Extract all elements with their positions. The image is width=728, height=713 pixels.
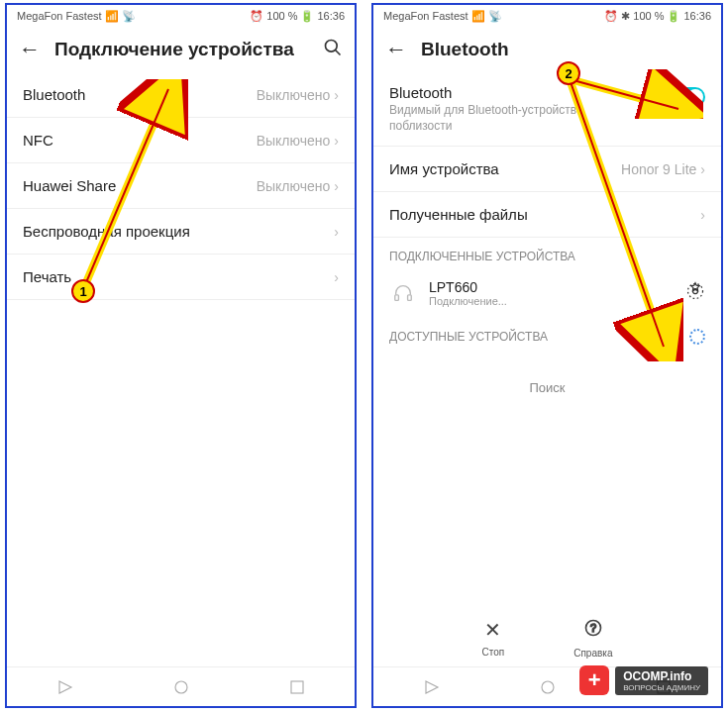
row-received-files[interactable]: Полученные файлы ›	[373, 192, 721, 238]
svg-rect-5	[408, 295, 412, 301]
watermark: + OCOMP.info ВОПРОСЫ АДМИНУ	[579, 665, 708, 695]
chevron-right-icon: ›	[700, 161, 705, 177]
svg-point-10	[542, 681, 554, 693]
phone-screen-left: MegaFon Fastest 📶 📡 ⏰ 100 % 🔋 16:36 ← По…	[5, 3, 357, 708]
loading-spinner-icon	[689, 329, 705, 345]
row-label: Bluetooth	[23, 86, 85, 103]
chevron-right-icon: ›	[334, 178, 339, 194]
device-settings-button[interactable]	[685, 281, 705, 306]
row-label: Печать	[23, 268, 71, 285]
back-button[interactable]: ←	[19, 37, 41, 62]
row-label: Полученные файлы	[389, 206, 528, 223]
row-label: NFC	[23, 132, 53, 149]
battery-icon: 🔋	[667, 10, 680, 23]
svg-rect-3	[291, 681, 303, 693]
wifi-icon: 📡	[488, 10, 502, 23]
row-value: Выключено	[257, 87, 331, 103]
nav-bar	[7, 666, 355, 706]
wifi-icon: 📡	[122, 10, 136, 23]
carrier-label: MegaFon Fastest	[383, 10, 468, 22]
row-label: Беспроводная проекция	[23, 223, 190, 240]
headphones-icon	[389, 279, 417, 307]
back-button[interactable]: ←	[385, 37, 407, 62]
searching-label: Поиск	[373, 351, 721, 425]
bt-subtitle: Видимый для Bluetooth-устройств поблизос…	[389, 103, 617, 134]
svg-rect-4	[395, 295, 399, 301]
battery-pct: 100 %	[266, 10, 297, 22]
signal-icon: 📶	[471, 10, 485, 23]
alarm-icon: ⏰	[604, 10, 618, 23]
annotation-marker-1: 1	[71, 279, 95, 303]
available-devices-section: ДОСТУПНЫЕ УСТРОЙСТВА	[373, 317, 721, 351]
carrier-label: MegaFon Fastest	[17, 10, 102, 22]
status-bar: MegaFon Fastest 📶 📡 ⏰ 100 % 🔋 16:36	[7, 5, 355, 27]
svg-point-7	[688, 283, 703, 298]
row-value: Honor 9 Lite	[621, 161, 696, 177]
chevron-right-icon: ›	[334, 224, 339, 240]
device-status: Подключение...	[429, 295, 674, 307]
alarm-icon: ⏰	[250, 10, 263, 23]
phone-screen-right: MegaFon Fastest 📶 📡 ⏰ ✱ 100 % 🔋 16:36 ← …	[371, 3, 723, 708]
nav-back[interactable]	[420, 675, 444, 699]
watermark-main: OCOMP.info	[623, 669, 700, 683]
connected-devices-header: ПОДКЛЮЧЕННЫЕ УСТРОЙСТВА	[373, 238, 721, 269]
chevron-right-icon: ›	[334, 269, 339, 285]
header: ← Bluetooth	[373, 27, 721, 72]
row-label: Huawei Share	[23, 177, 116, 194]
close-icon: ✕	[482, 618, 505, 642]
connected-device-row[interactable]: LPT660 Подключение...	[373, 269, 721, 317]
bt-label: Bluetooth	[389, 84, 617, 101]
help-button[interactable]: ? Справка	[573, 618, 612, 661]
row-huawei-share[interactable]: Huawei Share Выключено›	[7, 163, 355, 209]
row-value: Выключено	[257, 133, 331, 149]
row-label: Имя устройства	[389, 160, 499, 177]
nav-recent[interactable]	[285, 675, 309, 699]
battery-icon: 🔋	[300, 10, 314, 23]
nav-home[interactable]	[169, 675, 193, 699]
bluetooth-toggle[interactable]	[666, 87, 705, 107]
svg-text:?: ?	[590, 622, 596, 634]
svg-point-0	[326, 40, 338, 51]
chevron-right-icon: ›	[700, 207, 705, 223]
battery-pct: 100 %	[633, 10, 664, 22]
clock: 16:36	[317, 10, 345, 22]
clock: 16:36	[683, 10, 711, 22]
available-devices-header: ДОСТУПНЫЕ УСТРОЙСТВА	[389, 330, 548, 344]
row-wireless-projection[interactable]: Беспроводная проекция ›	[7, 209, 355, 255]
search-button[interactable]	[323, 38, 343, 62]
nav-back[interactable]	[53, 675, 77, 699]
row-bluetooth[interactable]: Bluetooth Выключено›	[7, 72, 355, 118]
bottom-actions: ✕ Стоп ? Справка	[373, 618, 721, 661]
svg-line-1	[336, 50, 341, 54]
chevron-right-icon: ›	[334, 87, 339, 103]
row-nfc[interactable]: NFC Выключено›	[7, 118, 355, 163]
annotation-marker-2: 2	[557, 61, 580, 85]
row-device-name[interactable]: Имя устройства Honor 9 Lite›	[373, 147, 721, 192]
stop-button[interactable]: ✕ Стоп	[482, 618, 505, 661]
header: ← Подключение устройства	[7, 27, 355, 72]
help-icon: ?	[573, 618, 612, 643]
help-label: Справка	[573, 648, 612, 659]
status-bar: MegaFon Fastest 📶 📡 ⏰ ✱ 100 % 🔋 16:36	[373, 5, 721, 27]
watermark-sub: ВОПРОСЫ АДМИНУ	[623, 683, 700, 692]
device-name: LPT660	[429, 279, 674, 295]
signal-icon: 📶	[105, 10, 119, 23]
page-title: Bluetooth	[421, 39, 709, 60]
page-title: Подключение устройства	[54, 39, 309, 60]
row-print[interactable]: Печать ›	[7, 255, 355, 300]
bluetooth-icon: ✱	[621, 10, 630, 23]
row-value: Выключено	[257, 178, 331, 194]
stop-label: Стоп	[482, 647, 505, 658]
bluetooth-toggle-row: Bluetooth Видимый для Bluetooth-устройст…	[373, 72, 721, 147]
nav-home[interactable]	[536, 675, 560, 699]
svg-point-2	[175, 681, 187, 693]
chevron-right-icon: ›	[334, 133, 339, 149]
watermark-plus-icon: +	[579, 665, 609, 695]
